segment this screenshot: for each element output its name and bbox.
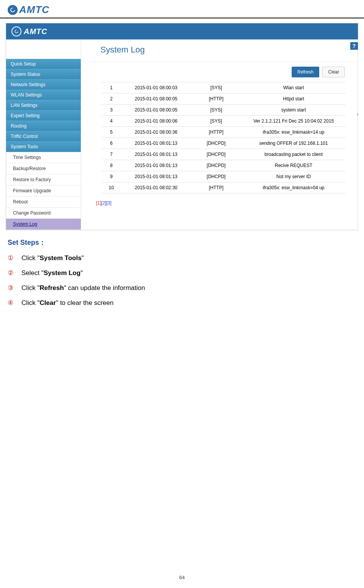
log-module: [SYS]: [191, 105, 242, 116]
instructions: Set Steps： ①Click "System Tools"②Select …: [0, 230, 364, 307]
log-index: 6: [101, 138, 121, 149]
sidebar-item[interactable]: Routing: [6, 121, 81, 131]
refresh-button[interactable]: Refresh: [292, 67, 319, 77]
log-index: 5: [101, 127, 121, 138]
step-text: Click "Clear" to clear the screen: [21, 299, 114, 307]
clear-button[interactable]: Clear: [322, 67, 345, 77]
sidebar-sub-item[interactable]: Time Settings: [6, 152, 81, 163]
pagination: [1][2][3]: [91, 193, 356, 206]
sidebar-item[interactable]: Quick Setup: [6, 59, 81, 69]
table-row: 32015-01-01 08:00:05[SYS]system start: [101, 105, 346, 116]
log-timestamp: 2015-01-01 08:01:13: [121, 138, 191, 149]
sidebar-sub-item[interactable]: Firmware Upgrade: [6, 185, 81, 197]
step-number: ②: [8, 269, 16, 277]
log-message: ifra305x: esw_linkmask=04 up: [242, 182, 346, 193]
log-module: [HTTP]: [191, 93, 242, 105]
table-row: 52015-01-01 08:00:36[HTTP]ifra305x: esw_…: [101, 127, 346, 138]
logo-swirl-icon: [8, 5, 18, 15]
log-timestamp: 2015-01-01 08:01:13: [121, 160, 191, 171]
log-module: [SYS]: [191, 116, 242, 127]
log-message: broadcasting packet to client: [242, 149, 346, 160]
log-timestamp: 2015-01-01 08:01:13: [121, 149, 191, 160]
sidebar-sub-item[interactable]: Backup/Restore: [6, 163, 81, 174]
sidebar-sub-item[interactable]: System Log: [6, 219, 81, 230]
step-number: ①: [8, 254, 16, 262]
router-admin-screenshot: AMTC Quick SetupSystem StatusNetwork Set…: [6, 23, 358, 230]
button-row: Refresh Clear: [91, 62, 356, 82]
log-index: 8: [101, 160, 121, 171]
log-index: 10: [101, 182, 121, 193]
step-number: ③: [8, 284, 16, 292]
log-index: 3: [101, 105, 121, 116]
log-message: Httpd start: [242, 93, 346, 105]
log-timestamp: 2015-01-01 08:00:36: [121, 127, 191, 138]
log-module: [HTTP]: [191, 127, 242, 138]
log-module: [DHCPD]: [191, 138, 242, 149]
table-row: 82015-01-01 08:01:13[DHCPD]Recive REQUES…: [101, 160, 346, 171]
help-icon[interactable]: ?: [350, 42, 358, 50]
sidebar-gap: [6, 39, 81, 59]
table-row: 62015-01-01 08:01:13[DHCPD]sending OFFER…: [101, 138, 346, 149]
sidebar-item[interactable]: Triffic Control: [6, 131, 81, 142]
sidebar: Quick SetupSystem StatusNetwork Settings…: [6, 39, 81, 230]
log-message: Not my server ID: [242, 171, 346, 182]
log-index: 2: [101, 93, 121, 105]
sidebar-item[interactable]: System Status: [6, 69, 81, 80]
sidebar-sub-item[interactable]: Change Password: [6, 208, 81, 219]
page-link[interactable]: [2]: [101, 200, 106, 206]
log-timestamp: 2015-01-01 08:02:30: [121, 182, 191, 193]
doc-logo-text: AMTC: [19, 4, 49, 16]
content-area: ? System Log Refresh Clear 12015-01-01 0…: [81, 39, 358, 230]
log-timestamp: 2015-01-01 08:00:05: [121, 93, 191, 105]
log-timestamp: 2015-01-01 08:01:13: [121, 171, 191, 182]
table-row: 102015-01-01 08:02:30[HTTP]ifra305x: esw…: [101, 182, 346, 193]
step: ③Click "Refresh" can update the informat…: [8, 284, 356, 292]
step-number: ④: [8, 299, 16, 307]
step-text: Click "System Tools": [21, 254, 84, 262]
page-link[interactable]: [1]: [96, 200, 101, 206]
doc-logo: AMTC: [8, 4, 356, 16]
log-index: 7: [101, 149, 121, 160]
sidebar-item[interactable]: WLAN Settings: [6, 90, 81, 100]
sidebar-sub-item[interactable]: Restore to Factory: [6, 174, 81, 185]
page-link[interactable]: [3]: [106, 200, 111, 206]
page-title: System Log: [91, 39, 356, 62]
log-module: [DHCPD]: [191, 149, 242, 160]
scrollbar[interactable]: [357, 51, 358, 230]
log-module: [DHCPD]: [191, 160, 242, 171]
log-index: 1: [101, 82, 121, 93]
log-message: sending OFFER of 192.168.1.101: [242, 138, 346, 149]
log-message: Ver 2.1.2.121 Fri Dec 25 10:04:02 2015: [242, 116, 346, 127]
doc-header: AMTC: [0, 0, 364, 18]
log-table: 12015-01-01 08:00:03[SYS]Wlan start22015…: [101, 82, 346, 193]
step: ②Select "System Log": [8, 269, 356, 277]
sidebar-item[interactable]: LAN Settings: [6, 100, 81, 111]
log-message: Wlan start: [242, 82, 346, 93]
table-row: 72015-01-01 08:01:13[DHCPD]broadcasting …: [101, 149, 346, 160]
log-timestamp: 2015-01-01 08:00:05: [121, 105, 191, 116]
log-message: ifra305x: esw_linkmask=14 up: [242, 127, 346, 138]
app-logo-swirl-icon: [11, 26, 21, 36]
log-module: [SYS]: [191, 82, 242, 93]
step-text: Click "Refresh" can update the informati…: [21, 284, 145, 292]
sidebar-item[interactable]: Network Settings: [6, 80, 81, 90]
log-index: 4: [101, 116, 121, 127]
app-header: AMTC: [6, 23, 358, 39]
steps-header: Set Steps：: [8, 238, 356, 247]
log-module: [HTTP]: [191, 182, 242, 193]
table-row: 42015-01-01 08:00:06[SYS]Ver 2.1.2.121 F…: [101, 116, 346, 127]
log-message: Recive REQUEST: [242, 160, 346, 171]
step: ④Click "Clear" to clear the screen: [8, 299, 356, 307]
log-timestamp: 2015-01-01 08:00:03: [121, 82, 191, 93]
sidebar-item[interactable]: System Tools: [6, 142, 81, 152]
table-row: 22015-01-01 08:00:05[HTTP]Httpd start: [101, 93, 346, 105]
step-text: Select "System Log": [21, 269, 83, 277]
sidebar-sub-item[interactable]: Reboot: [6, 197, 81, 208]
log-timestamp: 2015-01-01 08:00:06: [121, 116, 191, 127]
app-logo-text: AMTC: [24, 27, 47, 36]
table-row: 12015-01-01 08:00:03[SYS]Wlan start: [101, 82, 346, 93]
sidebar-item[interactable]: Expert Setting: [6, 111, 81, 121]
table-row: 92015-01-01 08:01:13[DHCPD]Not my server…: [101, 171, 346, 182]
log-module: [DHCPD]: [191, 171, 242, 182]
log-index: 9: [101, 171, 121, 182]
